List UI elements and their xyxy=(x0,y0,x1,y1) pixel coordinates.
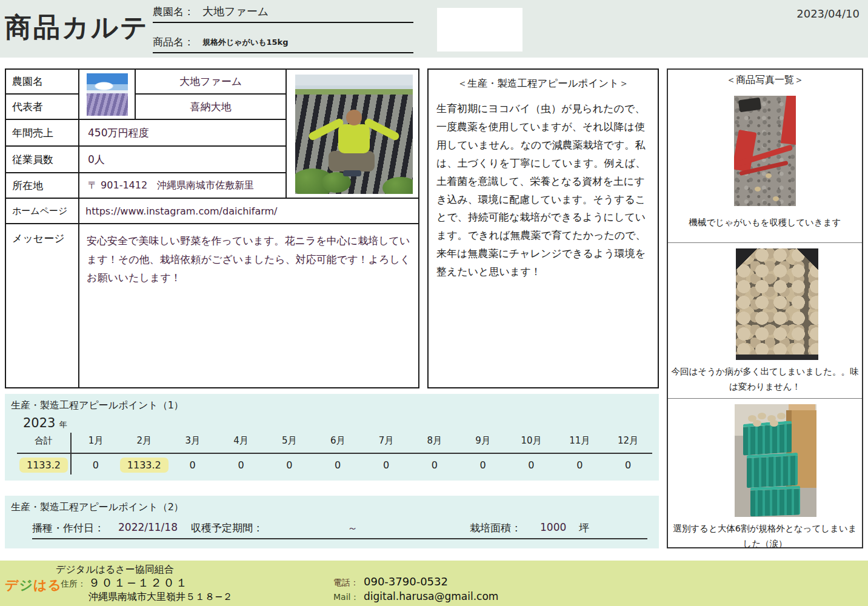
year-unit: 年 xyxy=(59,420,67,429)
photo-section-1: ＜商品写真一覧＞ 機械でじゃがいもを収穫していきます xyxy=(668,74,862,242)
photo-section-2: 今回はそうか病が多く出てしまいました。。味は変わりません！ xyxy=(668,242,862,398)
address-value: 〒 901-1412 沖縄県南城市佐敷新里 xyxy=(79,173,287,199)
homepage-link[interactable]: https://www.instagram.com/daichifarm/ xyxy=(79,199,418,224)
section1-title: 生産・製造工程アピールポイント（1） xyxy=(11,399,184,412)
header-product-label: 商品名： xyxy=(153,35,194,49)
empty-photo-placeholder xyxy=(437,8,522,52)
cultivation-area-value: 1000 xyxy=(540,521,566,533)
potato-dot xyxy=(770,420,778,427)
col-header-month: 4月 xyxy=(217,433,265,454)
logo-text: ジ xyxy=(19,578,34,593)
col-header-month: 6月 xyxy=(313,433,362,454)
organization-name: デジタルはるさー協同組合 xyxy=(56,564,174,576)
cultivation-area-unit: 坪 xyxy=(579,521,589,535)
farm-name-value: 大地ファーム xyxy=(136,70,287,95)
green-crate xyxy=(747,453,798,488)
mail-label: Mail： xyxy=(333,592,359,603)
month-value-cell: 0 xyxy=(604,454,652,474)
potato-dot xyxy=(755,187,761,191)
stacked-crates-photo-icon xyxy=(735,404,816,517)
document-date: 2023/04/10 xyxy=(796,7,860,20)
photo-list-title: ＜商品写真一覧＞ xyxy=(668,74,862,87)
phone-label: 電話： xyxy=(333,578,359,588)
green-crate xyxy=(750,486,800,517)
header-farm-field: 農園名： 大地ファーム xyxy=(153,4,413,23)
harvest-period-label: 収穫予定期間： xyxy=(191,521,263,535)
farm-thumbnail-cell xyxy=(79,70,136,120)
potato-dot xyxy=(758,413,766,419)
col-header-month: 9月 xyxy=(459,433,507,454)
header-farm-value: 大地ファーム xyxy=(202,4,269,19)
footer: デジはる デジタルはるさー協同組合 住所： ９０１−１２０１ 沖縄県南城市大里嶺… xyxy=(0,561,868,606)
plant-icon xyxy=(382,177,413,194)
mail-address[interactable]: digital.harusa@gmail.com xyxy=(364,590,498,602)
farmer-photo-cell xyxy=(287,70,418,199)
photo-caption: 今回はそうか病が多く出てしまいました。。味は変わりません！ xyxy=(669,364,861,394)
col-header-month: 12月 xyxy=(604,433,652,454)
row-label-employees: 従業員数 xyxy=(6,147,79,173)
col-header-month: 11月 xyxy=(555,433,604,454)
harvest-period-value: ～ xyxy=(347,521,358,535)
monthly-table: 合計 1月 2月 3月 4月 5月 6月 7月 8月 9月 10月 11月 12… xyxy=(17,433,652,474)
potato-dot xyxy=(777,413,786,419)
header-farm-label: 農園名： xyxy=(153,5,194,19)
product-karte-page: 商品カルテ 農園名： 大地ファーム 商品名： 規格外じゃがいも15kg 2023… xyxy=(0,0,868,606)
harvest-machine-photo-icon xyxy=(734,96,796,206)
photo-section-3: 選別すると大体6割が規格外となってしまいました（涙） xyxy=(668,398,862,551)
row-label-message: メッセージ xyxy=(6,224,79,387)
photo-caption: 選別すると大体6割が規格外となってしまいました（涙） xyxy=(669,521,861,551)
product-photo-list: ＜商品写真一覧＞ 機械でじゃがいもを収穫していきます 今回はそうか病が多く出てし… xyxy=(667,68,863,548)
month-value-cell: 0 xyxy=(313,454,362,474)
postal-code: ９０１−１２０１ xyxy=(88,575,189,591)
month-value-cell: 0 xyxy=(169,454,217,474)
appeal-points-box: ＜生産・製造工程アピールポイント＞ 生育初期にヨコバイ（虫）が見られたので、一度… xyxy=(427,68,659,388)
total-value-cell: 1133.2 xyxy=(17,454,72,474)
machine-part xyxy=(781,96,796,145)
logo-text: デ xyxy=(5,578,19,593)
row-label-representative: 代表者 xyxy=(6,95,79,120)
potato-dot xyxy=(773,196,779,201)
employees-value: 0人 xyxy=(79,147,287,173)
appeal-points-body: 生育初期にヨコバイ（虫）が見られたので、一度農薬を使用していますが、それ以降は使… xyxy=(436,100,650,281)
appeal-section-1: 生産・製造工程アピールポイント（1） 2023年 合計 1月 2月 3月 4月 … xyxy=(5,394,659,481)
farmer-jacket xyxy=(338,124,370,153)
potato-dot xyxy=(766,173,772,178)
month-value-cell: 0 xyxy=(362,454,410,474)
month-value-cell: 0 xyxy=(507,454,556,474)
green-crate xyxy=(743,421,792,456)
year-value: 2023 xyxy=(23,416,55,430)
address-label: 住所： xyxy=(61,579,86,590)
row-label-farm-name: 農園名 xyxy=(6,70,79,95)
potato-pile-photo-icon xyxy=(736,248,818,360)
highlighted-value: 1133.2 xyxy=(19,458,68,473)
highlighted-value: 1133.2 xyxy=(120,458,169,473)
farmer-head xyxy=(346,110,362,125)
row-label-annual-sales: 年間売上 xyxy=(6,120,79,147)
machine-part xyxy=(734,130,757,172)
farmer-legs xyxy=(329,151,375,171)
address-line: 沖縄県南城市大里嶺井５１８−２ xyxy=(88,591,232,604)
section2-row: 播種・作付日： 2022/11/18 収穫予定期間： ～ 栽培面積： 1000 … xyxy=(32,519,647,539)
sowing-date-value: 2022/11/18 xyxy=(118,521,178,533)
header-product-field: 商品名： 規格外じゃがいも15kg xyxy=(153,28,413,53)
sowing-date-label: 播種・作付日： xyxy=(32,521,104,535)
logo-text: はる xyxy=(33,578,62,593)
month-value-cell: 0 xyxy=(459,454,507,474)
month-value-cell: 0 xyxy=(217,454,265,474)
potato-dot xyxy=(753,420,761,427)
month-value-cell: 0 xyxy=(72,454,120,474)
cultivation-area-label: 栽培面積： xyxy=(470,521,521,535)
col-header-month: 10月 xyxy=(507,433,556,454)
row-label-homepage: ホームページ xyxy=(6,199,79,224)
machine-part xyxy=(738,98,761,113)
farmer-in-field-photo-icon xyxy=(295,75,413,194)
col-header-month: 5月 xyxy=(265,433,313,454)
col-header-month: 3月 xyxy=(169,433,217,454)
photo-caption: 機械でじゃがいもを収穫していきます xyxy=(669,215,861,230)
col-header-month: 2月 xyxy=(120,433,169,454)
phone-number: 090-3790-0532 xyxy=(364,575,448,588)
header-product-value: 規格外じゃがいも15kg xyxy=(202,37,289,48)
month-value-cell: 0 xyxy=(265,454,313,474)
message-value: 安心安全で美味しい野菜を作っています。花ニラを中心に栽培しています！その他、栽培… xyxy=(79,224,418,387)
month-value-cell: 0 xyxy=(410,454,459,474)
